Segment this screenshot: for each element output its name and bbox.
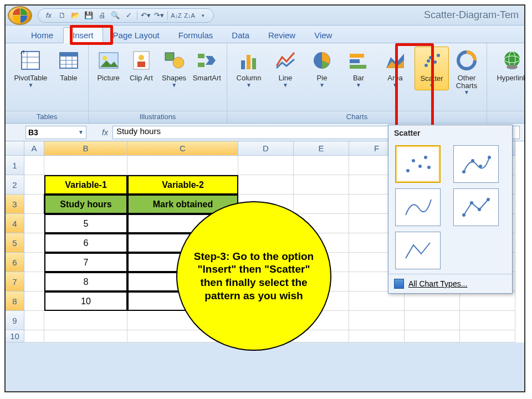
cell[interactable] (460, 330, 515, 342)
svg-point-16 (173, 57, 184, 68)
cell[interactable] (24, 214, 44, 233)
cell[interactable] (349, 291, 405, 311)
shapes-button[interactable]: Shapes ▼ (158, 47, 189, 89)
tab-formulas[interactable]: Formulas (170, 28, 222, 43)
cell[interactable]: 7 (44, 253, 127, 272)
chevron-down-icon: ▼ (28, 82, 33, 88)
new-icon[interactable]: 🗋 (57, 11, 67, 21)
cell[interactable] (24, 291, 44, 311)
cell[interactable] (24, 253, 44, 272)
row-header[interactable]: 1 (6, 156, 24, 175)
cell[interactable] (24, 233, 44, 253)
cell[interactable] (24, 272, 44, 291)
cell[interactable] (238, 175, 294, 195)
cell[interactable] (294, 175, 349, 195)
cell[interactable] (294, 156, 349, 175)
svg-point-42 (471, 159, 474, 162)
col-header-A[interactable]: A (24, 141, 44, 156)
line-chart-button[interactable]: Line ▼ (268, 47, 303, 89)
hyperlink-button[interactable]: Hyperlink (492, 47, 525, 83)
cell[interactable] (24, 311, 44, 330)
column-chart-button[interactable]: Column ▼ (232, 47, 266, 89)
row-header[interactable]: 8 (6, 291, 24, 311)
cell[interactable] (24, 330, 44, 342)
cell[interactable] (44, 330, 127, 342)
cell[interactable]: 10 (44, 291, 127, 311)
scatter-straight-lines-markers[interactable] (453, 188, 499, 226)
scatter-smooth-lines-markers[interactable] (453, 145, 499, 183)
other-charts-button[interactable]: Other Charts ▼ (451, 47, 482, 96)
pie-chart-button[interactable]: Pie ▼ (305, 47, 339, 89)
sort-asc-icon[interactable]: A↓Z (171, 11, 181, 21)
tab-data[interactable]: Data (223, 28, 258, 43)
cell[interactable] (349, 330, 405, 342)
row-header[interactable]: 5 (6, 233, 24, 253)
cell[interactable] (238, 156, 294, 175)
preview-icon[interactable]: 🔍 (110, 11, 120, 21)
redo-icon[interactable]: ↷▾ (154, 11, 164, 21)
cell[interactable]: Variable-2 (127, 175, 238, 195)
cell[interactable] (44, 156, 127, 175)
col-header-E[interactable]: E (294, 141, 349, 156)
sort-desc-icon[interactable]: Z↓A (185, 11, 195, 21)
name-box[interactable]: B3 ▼ (25, 126, 86, 139)
scatter-smooth-lines[interactable] (395, 188, 441, 226)
cell[interactable] (294, 195, 349, 214)
undo-icon[interactable]: ↶▾ (141, 11, 151, 21)
col-header-C[interactable]: C (127, 141, 238, 156)
scatter-markers-only[interactable] (395, 145, 441, 183)
tab-home[interactable]: Home (22, 28, 62, 43)
col-header-B[interactable]: B (44, 141, 127, 156)
table-button[interactable]: Table (54, 47, 84, 83)
qat-more-icon[interactable]: ▾ (198, 11, 208, 21)
annotation-callout: Step-3: Go to the option "Insert" then "… (176, 201, 331, 351)
svg-point-48 (487, 198, 490, 201)
row-header[interactable]: 6 (6, 253, 24, 272)
cell[interactable]: 6 (44, 233, 127, 253)
cell[interactable] (349, 311, 405, 330)
svg-point-29 (437, 54, 440, 57)
cell[interactable] (127, 156, 238, 175)
tab-view[interactable]: View (305, 28, 341, 43)
svg-point-45 (462, 213, 466, 217)
scatter-straight-lines[interactable] (395, 232, 441, 269)
select-all-corner[interactable] (6, 141, 24, 156)
cell[interactable] (460, 311, 515, 330)
all-chart-types-link[interactable]: All Chart Types... (388, 274, 512, 293)
clipart-button[interactable]: Clip Art (126, 47, 156, 83)
group-links: Hyperlink (487, 43, 525, 123)
cell[interactable]: 8 (44, 272, 127, 291)
picture-button[interactable]: Picture (93, 47, 124, 83)
cell[interactable] (405, 311, 460, 330)
row-header[interactable]: 9 (6, 311, 24, 330)
tab-page-layout[interactable]: Page Layout (104, 28, 168, 43)
cell[interactable]: Variable-1 (44, 175, 127, 195)
fx-icon[interactable]: fx (44, 11, 54, 21)
row-header[interactable]: 10 (6, 330, 24, 342)
smartart-button[interactable]: SmartArt (192, 47, 222, 83)
cell[interactable] (405, 330, 460, 342)
pivottable-button[interactable]: PivotTable ▼ (10, 47, 52, 89)
cell[interactable] (44, 311, 127, 330)
cell[interactable] (24, 156, 44, 175)
tab-review[interactable]: Review (259, 28, 304, 43)
spell-icon[interactable]: ✓ (124, 11, 134, 21)
svg-point-39 (424, 156, 427, 159)
cell[interactable] (405, 291, 460, 311)
office-button[interactable] (8, 6, 32, 25)
row-header[interactable]: 7 (6, 272, 24, 291)
col-header-D[interactable]: D (238, 141, 294, 156)
cell[interactable] (24, 195, 44, 214)
row-header[interactable]: 2 (6, 175, 24, 195)
cell-B3[interactable]: Study hours (44, 195, 127, 214)
cell[interactable]: 5 (44, 214, 127, 233)
print-icon[interactable]: 🖨 (97, 11, 107, 21)
fx-icon[interactable]: fx (102, 128, 108, 137)
row-header[interactable]: 4 (6, 214, 24, 233)
cell[interactable] (24, 175, 44, 195)
save-icon[interactable]: 💾 (84, 11, 94, 21)
cell[interactable] (460, 291, 515, 311)
open-icon[interactable]: 📂 (70, 11, 80, 21)
bar-chart-button[interactable]: Bar ▼ (341, 47, 376, 89)
row-header[interactable]: 3 (6, 195, 24, 214)
